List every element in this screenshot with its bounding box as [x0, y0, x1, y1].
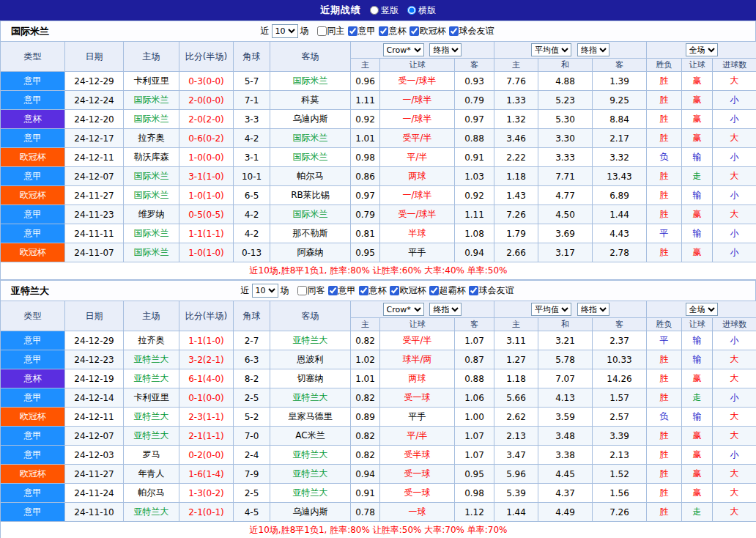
home-team: 拉齐奥: [124, 331, 179, 350]
match-row: 意甲24-12-17拉齐奥0-6(0-2)4-2国际米兰1.01受平/半0.88…: [1, 129, 756, 148]
col-avg-away: 客: [593, 59, 647, 72]
col-handicap: 让球: [380, 318, 455, 331]
result-outcome: 胜: [647, 167, 682, 186]
checkbox-input[interactable]: [449, 26, 459, 36]
checkbox-input[interactable]: [429, 286, 439, 295]
checkbox-input[interactable]: [297, 286, 307, 295]
average-select[interactable]: 平均值: [531, 303, 571, 316]
recent-count-select[interactable]: 10: [272, 24, 298, 38]
final-odds-select[interactable]: 终指: [429, 303, 462, 316]
filter-checkbox[interactable]: 球会友谊: [467, 284, 514, 297]
col-date: 日期: [65, 42, 124, 72]
match-date: 24-12-23: [65, 350, 124, 369]
result-outcome: 胜: [647, 205, 682, 224]
match-date: 24-12-07: [65, 167, 124, 186]
checkbox-input[interactable]: [379, 26, 388, 36]
match-row: 欧冠杯24-11-27国际米兰1-0(1-0)6-5RB莱比锡0.97一/球半0…: [1, 186, 756, 205]
avg-final-select[interactable]: 终指: [577, 303, 609, 316]
handicap-line: 受半球: [380, 446, 455, 465]
average-select[interactable]: 平均值: [531, 43, 571, 56]
filter-checkbox[interactable]: 意杯: [357, 284, 387, 297]
avg-odds-away: 1.39: [593, 72, 647, 91]
vertical-layout-radio[interactable]: [370, 6, 379, 15]
checkbox-input[interactable]: [348, 26, 357, 36]
home-team: 国际米兰: [124, 110, 179, 129]
result-outcome: 胜: [647, 72, 682, 91]
match-date: 24-12-11: [65, 148, 124, 167]
filter-checkbox[interactable]: 意甲: [346, 25, 376, 37]
checkbox-label: 意杯: [389, 25, 407, 37]
avg-final-select[interactable]: 终指: [577, 43, 609, 56]
filter-checkbox[interactable]: 同主: [316, 25, 345, 37]
home-team: 亚特兰大: [124, 350, 179, 369]
avg-odds-draw: 4.49: [538, 503, 593, 522]
recent-count-select[interactable]: 10: [252, 284, 278, 298]
filter-checkbox[interactable]: 球会友谊: [448, 25, 494, 37]
result-goals: 大: [713, 72, 756, 91]
match-row: 意甲24-12-07亚特兰大2-1(1-1)7-0AC米兰0.82平/半1.07…: [1, 427, 756, 446]
filter-checkbox[interactable]: 欧冠杯: [408, 25, 446, 37]
filter-bar: 近 10 场 同客意甲意杯欧冠杯超霸杯球会友谊: [241, 284, 516, 298]
away-team: 亚特兰大: [270, 484, 351, 503]
home-team: 国际米兰: [124, 243, 179, 262]
final-odds-select[interactable]: 终指: [429, 43, 462, 56]
match-score: 1-6(1-4): [179, 465, 234, 484]
checkbox-input[interactable]: [469, 286, 478, 295]
result-handicap: 赢: [682, 465, 713, 484]
scope-select[interactable]: 全场: [686, 303, 718, 316]
filter-checkbox[interactable]: 超霸杯: [428, 284, 466, 297]
bookmaker-select[interactable]: Crow*: [383, 303, 424, 316]
result-goals: 大: [713, 503, 756, 522]
home-team: 亚特兰大: [124, 369, 179, 388]
bookmaker-select[interactable]: Crow*: [383, 43, 424, 56]
handicap-odds-away: 0.93: [455, 72, 494, 91]
checkbox-input[interactable]: [410, 26, 419, 36]
summary-stats: 近10场,胜8平1负1, 胜率:80% 让胜率:50% 大率:70% 单率:70…: [1, 522, 756, 538]
avg-odds-home: 2.66: [494, 243, 538, 262]
match-score: 0-2(0-0): [179, 446, 234, 465]
checkbox-input[interactable]: [317, 26, 327, 36]
checkbox-label: 超霸杯: [440, 284, 466, 297]
avg-odds-draw: 3.59: [538, 408, 593, 427]
col-home: 主场: [124, 301, 179, 331]
filter-checkbox[interactable]: 同客: [296, 284, 325, 297]
checkbox-input[interactable]: [390, 286, 399, 295]
away-team: 亚特兰大: [270, 465, 351, 484]
checkbox-label: 欧冠杯: [400, 284, 426, 297]
avg-odds-draw: 3.69: [538, 224, 593, 243]
match-date: 24-11-10: [65, 503, 124, 522]
result-goals: 大: [713, 465, 756, 484]
away-team: AC米兰: [270, 427, 351, 446]
layout-radio-vertical[interactable]: 竖版: [370, 4, 399, 17]
filter-checkbox[interactable]: 意杯: [377, 25, 407, 37]
avg-odds-draw: 3.30: [538, 129, 593, 148]
corner-score: 10-1: [234, 167, 270, 186]
match-score: 0-5(0-5): [179, 205, 234, 224]
recent-results-page: 近期战绩 竖版 横版 国际米兰 近 10 场 同主意甲意杯欧冠杯球会友谊: [0, 0, 756, 538]
handicap-odds-home: 0.82: [351, 427, 380, 446]
result-handicap: 输: [682, 350, 713, 369]
handicap-odds-home: 0.91: [351, 484, 380, 503]
scope-select[interactable]: 全场: [686, 43, 718, 56]
league-badge: 意甲: [1, 129, 65, 148]
avg-odds-away: 9.25: [593, 91, 647, 110]
checkbox-input[interactable]: [359, 286, 368, 295]
result-outcome: 胜: [647, 243, 682, 262]
col-away: 客场: [270, 301, 351, 331]
corner-score: 5-7: [234, 72, 270, 91]
handicap-line: 半球: [380, 224, 455, 243]
layout-radio-horizontal[interactable]: 横版: [407, 4, 436, 17]
horizontal-layout-radio[interactable]: [407, 6, 416, 15]
corner-score: 2-4: [234, 446, 270, 465]
checkbox-label: 意甲: [358, 25, 376, 37]
checkbox-input[interactable]: [328, 286, 338, 295]
filter-checkbox[interactable]: 欧冠杯: [388, 284, 426, 297]
result-goals: 大: [713, 427, 756, 446]
topbar: 近期战绩 竖版 横版: [0, 0, 756, 21]
league-badge: 意甲: [1, 427, 65, 446]
avg-odds-draw: 4.77: [538, 186, 593, 205]
filter-checkbox[interactable]: 意甲: [327, 284, 356, 297]
result-outcome: 胜: [647, 91, 682, 110]
handicap-odds-away: 1.00: [455, 408, 494, 427]
result-goals: 小: [713, 224, 756, 243]
